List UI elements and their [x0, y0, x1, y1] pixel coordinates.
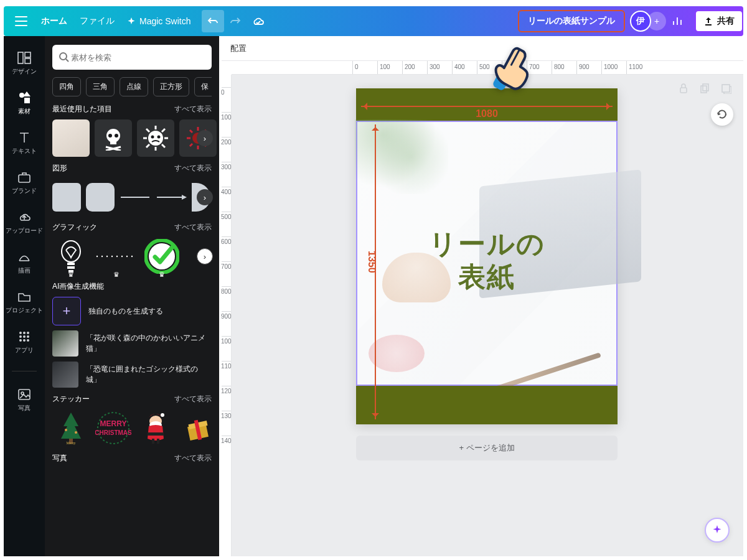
width-dimension-label: 1080: [476, 108, 498, 119]
ai-prompt-item[interactable]: 「花が咲く森の中のかわいいアニメ猫」: [52, 330, 212, 357]
photos-section: 写真すべて表示: [52, 453, 212, 464]
cover-title-text[interactable]: リールの表紙: [357, 228, 616, 294]
rotate-icon: [716, 108, 728, 121]
add-page-bar[interactable]: + ページを追加: [356, 436, 618, 460]
tree-icon: Merry: [57, 411, 85, 445]
nav-design[interactable]: デザイン: [4, 49, 45, 78]
redo-button[interactable]: [224, 10, 247, 32]
shape-line[interactable]: [120, 179, 151, 216]
lock-button[interactable]: [676, 81, 691, 96]
document-title[interactable]: リールの表紙サンプル: [518, 10, 625, 32]
graphics-all-link[interactable]: すべて表示: [174, 222, 212, 233]
svg-rect-2: [25, 58, 31, 63]
canvas-stage[interactable]: リールの表紙 1080 1350 + ページを追加: [232, 75, 743, 556]
recent-item[interactable]: [95, 119, 132, 157]
row-next-button[interactable]: ›: [197, 189, 213, 205]
svg-rect-74: [680, 88, 687, 93]
svg-point-14: [27, 339, 29, 342]
design-canvas[interactable]: リールの表紙 1080 1350: [356, 88, 618, 424]
svg-line-28: [162, 144, 165, 147]
sticker-santa[interactable]: [137, 409, 174, 447]
row-next-button[interactable]: ›: [197, 248, 213, 264]
recent-all-link[interactable]: すべて表示: [174, 104, 212, 114]
nav-apps[interactable]: アプリ: [4, 327, 45, 357]
svg-point-50: [106, 256, 108, 257]
chip-tri[interactable]: 三角: [86, 77, 115, 96]
sticker-merry[interactable]: MERRY CHRISTMAS: [95, 409, 132, 447]
chip-more[interactable]: 保: [194, 77, 212, 96]
share-button[interactable]: 共有: [695, 10, 743, 32]
shape-arrow-line[interactable]: [156, 179, 187, 216]
cloud-sync-button[interactable]: [247, 10, 269, 32]
nav-brand[interactable]: ブランド: [4, 168, 45, 198]
home-button[interactable]: ホーム: [35, 12, 73, 30]
svg-point-10: [23, 335, 26, 338]
recent-item[interactable]: [137, 119, 174, 157]
svg-point-52: [116, 256, 118, 257]
shape-chips: 四角 三角 点線 正方形 保: [52, 77, 212, 96]
svg-point-59: [65, 429, 67, 431]
stickers-all-link[interactable]: すべて表示: [174, 394, 212, 404]
svg-line-27: [146, 129, 149, 132]
menu-hamburger-icon[interactable]: [15, 16, 27, 26]
svg-point-60: [75, 431, 77, 434]
magic-switch-button[interactable]: Magic Switch: [127, 16, 190, 26]
undo-button[interactable]: [202, 10, 224, 32]
ai-generate-button[interactable]: + 独自のものを生成する: [52, 297, 212, 325]
shapes-title: 図形: [52, 163, 67, 174]
recent-title: 最近使用した項目: [52, 104, 112, 114]
santa-icon: [141, 411, 170, 445]
sticker-tree[interactable]: Merry: [52, 409, 90, 447]
svg-point-48: [96, 256, 98, 257]
nav-elements[interactable]: 素材: [4, 88, 45, 118]
position-button[interactable]: 配置: [230, 43, 247, 54]
height-dimension-label: 1350: [366, 251, 377, 273]
row-next-button[interactable]: ›: [197, 130, 213, 146]
chip-dotted[interactable]: 点線: [120, 77, 148, 96]
sticker-gift[interactable]: [179, 409, 217, 447]
graphic-bulb[interactable]: ♛: [52, 238, 90, 275]
add-page-button[interactable]: [718, 81, 733, 96]
selected-image-frame[interactable]: リールの表紙: [357, 122, 616, 385]
vertical-ruler: 0 100 200 300 400 500 600 700 800 900 10…: [222, 75, 232, 556]
svg-point-12: [19, 339, 22, 342]
search-bar[interactable]: [52, 45, 212, 70]
svg-rect-1: [25, 52, 31, 57]
svg-rect-5: [19, 175, 30, 182]
sparkle-icon: [127, 17, 136, 26]
svg-text:Merry: Merry: [67, 441, 76, 445]
nav-photos[interactable]: 写真: [4, 385, 45, 415]
chip-rect[interactable]: 四角: [52, 77, 81, 96]
shape-square[interactable]: [52, 183, 81, 212]
nav-text[interactable]: テキスト: [4, 128, 45, 158]
shapes-all-link[interactable]: すべて表示: [174, 163, 212, 174]
file-menu[interactable]: ファイル: [80, 16, 115, 27]
duplicate-page-button[interactable]: [697, 81, 712, 96]
shapes-section: 図形すべて表示 ›: [52, 163, 212, 216]
redo-icon: [230, 16, 241, 27]
stickers-section: ステッカーすべて表示 Merry MERRY CHRISTMAS: [52, 394, 212, 447]
assist-fab[interactable]: [705, 518, 730, 543]
graphic-check[interactable]: ♛: [143, 238, 181, 275]
lightbulb-icon: [57, 239, 85, 274]
graphic-dots[interactable]: ♛: [95, 238, 138, 275]
nav-divider: [12, 371, 37, 371]
avatar[interactable]: 伊: [630, 11, 651, 32]
chip-square[interactable]: 正方形: [153, 77, 189, 96]
svg-rect-0: [18, 52, 23, 63]
analytics-button[interactable]: [666, 10, 688, 32]
nav-upload[interactable]: アップロード: [4, 208, 45, 238]
rotate-button[interactable]: [711, 103, 733, 126]
nav-projects[interactable]: プロジェクト: [4, 287, 45, 317]
nav-draw[interactable]: 描画: [4, 248, 45, 278]
canvas-bottom-bar[interactable]: [356, 386, 618, 424]
svg-point-51: [111, 256, 113, 257]
recent-item[interactable]: [52, 119, 90, 157]
photos-all-link[interactable]: すべて表示: [174, 453, 212, 464]
svg-point-7: [23, 332, 26, 334]
shape-rounded[interactable]: [86, 183, 115, 212]
svg-line-30: [146, 144, 149, 147]
ai-prompt-item[interactable]: 「恐竜に囲まれたゴシック様式の城」: [52, 362, 212, 388]
svg-rect-76: [703, 84, 708, 91]
search-input[interactable]: [70, 52, 205, 63]
